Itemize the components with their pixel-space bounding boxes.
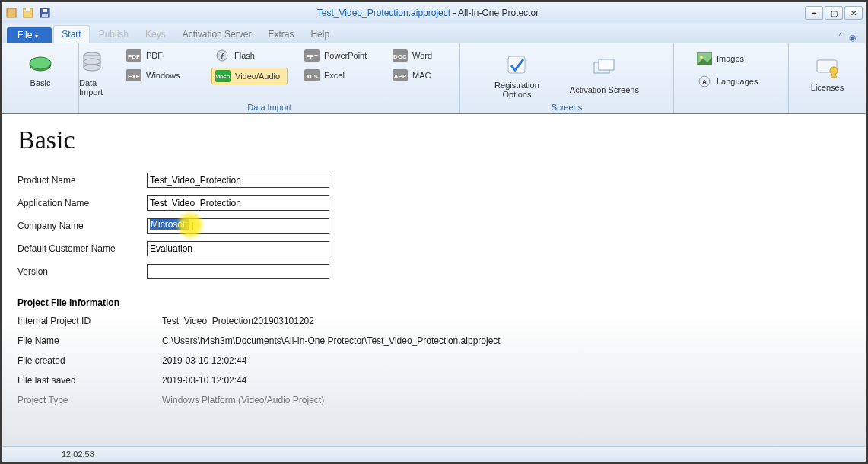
- ribbon-group-screens: Registration Options Activation Screens …: [460, 43, 674, 113]
- default-customer-name-input[interactable]: [147, 241, 329, 256]
- svg-point-10: [84, 65, 100, 71]
- company-name-label: Company Name: [17, 221, 147, 231]
- flash-button[interactable]: f Flash: [211, 48, 288, 63]
- data-import-group-label: Data Import: [79, 103, 459, 112]
- video-audio-label: Video/Audio: [235, 72, 280, 81]
- company-name-value: Microsoft: [150, 219, 189, 230]
- excel-label: Excel: [324, 71, 345, 80]
- default-customer-name-label: Default Customer Name: [17, 243, 147, 254]
- tab-publish[interactable]: Publish: [91, 26, 136, 43]
- svg-point-36: [830, 67, 838, 75]
- help-icon[interactable]: ◉: [849, 33, 857, 43]
- internal-project-id-value: Test_Video_Protection201903101202: [162, 316, 851, 326]
- project-type-value: Windows Platform (Video/Audio Project): [162, 395, 851, 405]
- application-name-input[interactable]: [147, 195, 329, 211]
- ribbon-group-data-import: Data Import PDF PDF EXE Windows f Fla: [79, 43, 460, 113]
- basic-icon: [27, 49, 53, 75]
- window-controls: ━ ▢ ✕: [805, 6, 863, 20]
- qat-icon-2[interactable]: [22, 7, 34, 19]
- window-title-project: Test_Video_Protection.aipproject: [317, 8, 450, 18]
- video-audio-button[interactable]: VIDEO Video/Audio: [211, 68, 288, 84]
- powerpoint-button[interactable]: PPT PowerPoint: [301, 48, 376, 63]
- svg-text:VIDEO: VIDEO: [216, 75, 231, 79]
- images-button[interactable]: Images: [694, 51, 768, 66]
- activation-screens-label: Activation Screens: [570, 85, 639, 94]
- database-icon: [79, 49, 105, 75]
- minimize-button[interactable]: ━: [805, 6, 823, 20]
- xls-icon: XLS: [304, 69, 320, 81]
- window-title: Test_Video_Protection.aipproject - All-I…: [51, 8, 805, 18]
- page-title: Basic: [17, 126, 851, 154]
- svg-text:DOC: DOC: [393, 53, 407, 60]
- window-title-suffix: - All-In-One Protector: [453, 8, 539, 18]
- qat-icon-1[interactable]: [5, 7, 17, 19]
- excel-button[interactable]: XLS Excel: [301, 68, 376, 83]
- status-bar: 12:02:58: [2, 446, 866, 462]
- mac-button[interactable]: APP MAC: [389, 68, 464, 83]
- powerpoint-label: PowerPoint: [324, 51, 367, 60]
- svg-text:XLS: XLS: [306, 73, 318, 80]
- licenses-label: Licenses: [811, 83, 844, 92]
- basic-button[interactable]: Basic: [23, 48, 58, 89]
- svg-rect-5: [42, 14, 48, 17]
- maximize-button[interactable]: ▢: [825, 6, 843, 20]
- product-name-label: Product Name: [17, 175, 147, 186]
- screens-group-label: Screens: [460, 103, 673, 112]
- svg-text:A: A: [702, 78, 707, 86]
- app-icon: APP: [393, 69, 408, 81]
- tab-keys[interactable]: Keys: [138, 26, 173, 43]
- version-input[interactable]: [147, 264, 329, 279]
- svg-text:APP: APP: [394, 73, 407, 80]
- video-icon: VIDEO: [215, 70, 231, 82]
- close-button[interactable]: ✕: [844, 6, 863, 20]
- data-import-label: Data Import: [79, 78, 105, 97]
- pdf-button[interactable]: PDF PDF: [123, 48, 198, 63]
- tab-activation-server[interactable]: Activation Server: [175, 26, 259, 43]
- data-import-button[interactable]: Data Import: [75, 48, 110, 98]
- mac-label: MAC: [412, 71, 431, 80]
- ppt-icon: PPT: [304, 49, 320, 62]
- svg-rect-2: [26, 8, 30, 11]
- licenses-button[interactable]: Licenses: [806, 52, 848, 94]
- registration-options-label: Registration Options: [494, 81, 539, 99]
- file-tab-label: File: [17, 30, 32, 40]
- file-tab[interactable]: File▾: [7, 27, 52, 43]
- internal-project-id-label: Internal Project ID: [17, 316, 162, 326]
- svg-point-7: [30, 57, 51, 69]
- company-name-wrapper: Microsoft I: [147, 218, 329, 234]
- app-window: Test_Video_Protection.aipproject - All-I…: [0, 0, 868, 464]
- tab-help[interactable]: Help: [303, 26, 337, 43]
- tab-extras[interactable]: Extras: [260, 26, 301, 43]
- project-file-info-heading: Project File Information: [17, 297, 851, 308]
- basic-form: Product Name Application Name Company Na…: [17, 173, 851, 279]
- file-name-label: File Name: [17, 335, 162, 346]
- ribbon-help-icons: ˄ ◉: [838, 33, 861, 43]
- application-name-label: Application Name: [17, 198, 147, 208]
- languages-button[interactable]: A Languages: [694, 74, 768, 89]
- content-area: Basic Product Name Application Name Comp…: [2, 114, 866, 446]
- file-last-saved-label: File last saved: [17, 375, 162, 386]
- tab-start[interactable]: Start: [53, 25, 89, 43]
- flash-label: Flash: [234, 51, 255, 60]
- company-name-input[interactable]: Microsoft: [147, 218, 329, 234]
- pdf-label: PDF: [146, 51, 163, 60]
- windows-button[interactable]: EXE Windows: [123, 68, 198, 83]
- activation-screens-button[interactable]: Activation Screens: [565, 55, 644, 96]
- exe-icon: EXE: [126, 69, 141, 81]
- save-icon[interactable]: [39, 7, 51, 19]
- svg-text:PDF: PDF: [128, 53, 140, 60]
- file-created-label: File created: [17, 355, 162, 366]
- svg-rect-4: [43, 9, 47, 12]
- svg-text:EXE: EXE: [128, 73, 141, 80]
- word-button[interactable]: DOC Word: [389, 48, 464, 63]
- svg-point-32: [700, 56, 703, 59]
- product-name-input[interactable]: [147, 173, 329, 188]
- screens-icon: [591, 56, 617, 82]
- ribbon-collapse-icon[interactable]: ˄: [838, 33, 843, 43]
- file-created-value: 2019-03-10 12:02:44: [162, 355, 851, 366]
- pdf-icon: PDF: [126, 49, 141, 62]
- ribbon-group-licenses: Licenses: [789, 43, 866, 113]
- languages-icon: A: [697, 75, 712, 87]
- ribbon-group-basic: Basic: [2, 43, 79, 113]
- registration-options-button[interactable]: Registration Options: [490, 50, 544, 100]
